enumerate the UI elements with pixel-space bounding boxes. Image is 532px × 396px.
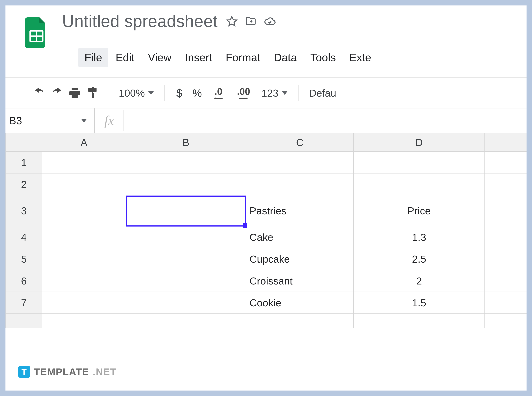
cell-E4[interactable] bbox=[485, 226, 526, 248]
cell-E6[interactable] bbox=[485, 270, 526, 292]
watermark-suffix: .NET bbox=[93, 366, 117, 377]
menubar: File Edit View Insert Format Data Tools … bbox=[78, 47, 377, 67]
toolbar-separator bbox=[108, 85, 108, 101]
watermark-brand: TEMPLATE bbox=[34, 366, 89, 377]
menu-edit[interactable]: Edit bbox=[109, 48, 141, 67]
svg-marker-3 bbox=[227, 16, 237, 26]
fx-icon: fx bbox=[95, 110, 124, 131]
cell-C1[interactable] bbox=[246, 151, 354, 173]
move-folder-icon[interactable] bbox=[245, 16, 257, 27]
column-header-D[interactable]: D bbox=[354, 133, 485, 151]
cell-E7[interactable] bbox=[485, 292, 526, 314]
cell-E3[interactable] bbox=[485, 195, 526, 226]
cell-B2[interactable] bbox=[126, 173, 246, 195]
menu-format[interactable]: Format bbox=[219, 48, 266, 67]
cell-B3[interactable] bbox=[126, 195, 246, 226]
redo-icon[interactable] bbox=[49, 85, 65, 101]
toolbar: 100% $ % .0 .00 123 Defau bbox=[6, 77, 526, 108]
star-icon[interactable] bbox=[226, 16, 238, 27]
row-header-7[interactable]: 7 bbox=[6, 292, 42, 314]
cell-D3[interactable]: Price bbox=[354, 195, 485, 226]
cell-A8[interactable] bbox=[42, 314, 126, 328]
cell-C5[interactable]: Cupcake bbox=[246, 248, 354, 270]
cell-A4[interactable] bbox=[42, 226, 126, 248]
cell-A1[interactable] bbox=[42, 151, 126, 173]
font-dropdown[interactable]: Defau bbox=[305, 87, 340, 99]
cell-E1[interactable] bbox=[485, 151, 526, 173]
format-percent-button[interactable]: % bbox=[188, 87, 206, 99]
cell-D5[interactable]: 2.5 bbox=[354, 248, 485, 270]
cell-C7[interactable]: Cookie bbox=[246, 292, 354, 314]
cloud-status-icon[interactable] bbox=[264, 16, 275, 27]
cell-C2[interactable] bbox=[246, 173, 354, 195]
cell-A2[interactable] bbox=[42, 173, 126, 195]
toolbar-separator bbox=[165, 85, 165, 101]
row-header-2[interactable]: 2 bbox=[6, 173, 42, 195]
row-header-8[interactable] bbox=[6, 314, 42, 328]
decrease-decimal-button[interactable]: .0 bbox=[207, 85, 229, 101]
row-header-1[interactable]: 1 bbox=[6, 151, 42, 173]
row-header-5[interactable]: 5 bbox=[6, 248, 42, 270]
cell-D7[interactable]: 1.5 bbox=[354, 292, 485, 314]
menu-data[interactable]: Data bbox=[268, 48, 303, 67]
cell-A3[interactable] bbox=[42, 195, 126, 226]
toolbar-separator bbox=[298, 85, 298, 101]
cell-B8[interactable] bbox=[126, 314, 246, 328]
name-box-value: B3 bbox=[9, 114, 22, 127]
paint-format-icon[interactable] bbox=[85, 85, 101, 101]
more-formats-dropdown[interactable]: 123 bbox=[258, 87, 291, 99]
zoom-dropdown[interactable]: 100% bbox=[115, 87, 158, 99]
cell-B5[interactable] bbox=[126, 248, 246, 270]
select-all-corner[interactable] bbox=[6, 133, 42, 151]
watermark-badge: T bbox=[18, 366, 30, 378]
sheets-logo[interactable] bbox=[23, 15, 50, 51]
cell-A6[interactable] bbox=[42, 270, 126, 292]
cell-B7[interactable] bbox=[126, 292, 246, 314]
cell-D2[interactable] bbox=[354, 173, 485, 195]
cell-A5[interactable] bbox=[42, 248, 126, 270]
cell-E5[interactable] bbox=[485, 248, 526, 270]
row-header-4[interactable]: 4 bbox=[6, 226, 42, 248]
print-icon[interactable] bbox=[67, 85, 83, 101]
cell-D8[interactable] bbox=[354, 314, 485, 328]
menu-insert[interactable]: Insert bbox=[179, 48, 218, 67]
cell-E2[interactable] bbox=[485, 173, 526, 195]
cell-B1[interactable] bbox=[126, 151, 246, 173]
formula-bar[interactable] bbox=[124, 108, 526, 133]
name-box[interactable]: B3 bbox=[6, 108, 95, 133]
undo-icon[interactable] bbox=[31, 85, 47, 101]
caret-down-icon bbox=[282, 91, 288, 95]
cell-D4[interactable]: 1.3 bbox=[354, 226, 485, 248]
cell-D1[interactable] bbox=[354, 151, 485, 173]
spreadsheet-grid[interactable]: A B C D 1 2 bbox=[6, 133, 526, 390]
cell-B4[interactable] bbox=[126, 226, 246, 248]
cell-C6[interactable]: Croissant bbox=[246, 270, 354, 292]
cell-C3[interactable]: Pastries bbox=[246, 195, 354, 226]
row-header-6[interactable]: 6 bbox=[6, 270, 42, 292]
menu-view[interactable]: View bbox=[142, 48, 177, 67]
increase-decimal-button[interactable]: .00 bbox=[231, 85, 256, 101]
watermark: T TEMPLATE.NET bbox=[18, 366, 117, 378]
column-header-next[interactable] bbox=[485, 133, 526, 151]
format-currency-button[interactable]: $ bbox=[172, 87, 187, 99]
menu-extensions[interactable]: Exte bbox=[343, 48, 377, 67]
column-header-B[interactable]: B bbox=[126, 133, 246, 151]
cell-C8[interactable] bbox=[246, 314, 354, 328]
zoom-value: 100% bbox=[119, 87, 145, 99]
column-header-A[interactable]: A bbox=[42, 133, 126, 151]
cell-E8[interactable] bbox=[485, 314, 526, 328]
cell-C4[interactable]: Cake bbox=[246, 226, 354, 248]
menu-tools[interactable]: Tools bbox=[304, 48, 342, 67]
column-header-C[interactable]: C bbox=[246, 133, 354, 151]
caret-down-icon bbox=[148, 91, 154, 95]
row-header-3[interactable]: 3 bbox=[6, 195, 42, 226]
cell-A7[interactable] bbox=[42, 292, 126, 314]
document-title[interactable]: Untitled spreadsheet bbox=[61, 11, 219, 32]
caret-down-icon bbox=[81, 119, 87, 122]
cell-B6[interactable] bbox=[126, 270, 246, 292]
cell-D6[interactable]: 2 bbox=[354, 270, 485, 292]
menu-file[interactable]: File bbox=[78, 48, 108, 67]
